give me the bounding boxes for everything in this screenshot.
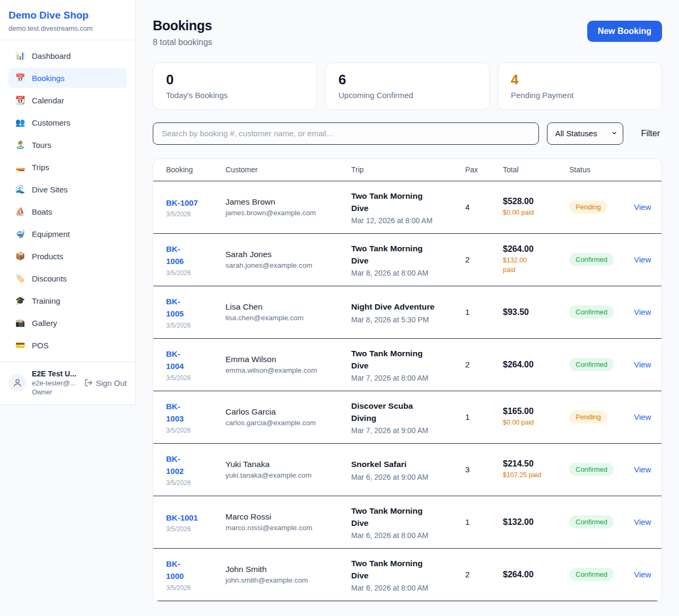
search-input[interactable]: [153, 122, 539, 145]
booking-id-link[interactable]: BK- 1005: [166, 295, 184, 320]
view-link[interactable]: View: [634, 412, 651, 421]
filter-bar: All Statuses Filter: [153, 122, 662, 145]
sign-out-button[interactable]: Sign Out: [84, 379, 127, 388]
customer-cell: Sarah Jones sarah.jones@example.com: [225, 250, 351, 269]
view-link[interactable]: View: [634, 517, 651, 526]
sidebar-item-dive-sites[interactable]: 🌊 Dive Sites: [8, 179, 127, 199]
customer-name: James Brown: [225, 197, 345, 207]
sidebar-item-tours[interactable]: 🏝️ Tours: [8, 135, 127, 155]
booking-date: 3/5/2026: [166, 374, 219, 382]
column-header-pax: Pax: [465, 165, 503, 174]
customer-cell: Yuki Tanaka yuki.tanaka@example.com: [225, 460, 351, 479]
sidebar-item-training[interactable]: 🎓 Training: [8, 291, 127, 311]
sidebar-item-products[interactable]: 📦 Products: [8, 246, 127, 266]
stat-label: Today's Bookings: [166, 91, 304, 100]
status-badge: Confirmed: [569, 463, 614, 476]
sidebar-item-discounts[interactable]: 🏷️ Discounts: [8, 268, 127, 288]
trip-cell: Night Dive Adventure Mar 8, 2026 at 5:30…: [351, 301, 465, 323]
trip-name: Two Tank Morning Dive: [351, 242, 459, 267]
booking-id-link[interactable]: BK- 1004: [166, 348, 184, 373]
booking-cell: BK- 1003 3/5/2026: [166, 400, 225, 434]
status-cell: Confirmed: [569, 463, 634, 476]
paid-amount: $107.25 paid: [503, 470, 563, 480]
sidebar-item-customers[interactable]: 👥 Customers: [8, 112, 127, 133]
sidebar-item-label: POS: [32, 341, 49, 350]
view-link[interactable]: View: [634, 307, 651, 316]
trip-datetime: Mar 8, 2026 at 8:00 AM: [351, 269, 459, 277]
speedboat-icon: 🚤: [15, 162, 25, 172]
customer-cell: Carlos Garcia carlos.garcia@example.com: [225, 407, 351, 427]
status-badge: Confirmed: [569, 253, 614, 266]
page-title: Bookings: [153, 18, 212, 33]
view-link[interactable]: View: [634, 360, 651, 369]
filter-button[interactable]: Filter: [631, 129, 662, 138]
sidebar-item-dashboard[interactable]: 📊 Dashboard: [8, 46, 127, 66]
booking-id-link[interactable]: BK- 1006: [166, 243, 184, 268]
total-cell: $93.50: [503, 307, 569, 317]
stat-value: 0: [166, 72, 304, 88]
sidebar-item-pos[interactable]: 💳 POS: [8, 335, 127, 355]
sidebar-item-trips[interactable]: 🚤 Trips: [8, 157, 127, 177]
status-filter-select[interactable]: All Statuses: [547, 122, 623, 145]
pax-cell: 2: [465, 360, 503, 369]
table-row: BK- 1004 3/5/2026 Emma Wilson emma.wilso…: [153, 339, 661, 391]
user-email: e2e-tester@...: [32, 379, 79, 387]
booking-id-link[interactable]: BK-1001: [166, 512, 198, 524]
sidebar-item-label: Bookings: [32, 74, 65, 83]
action-cell: View: [634, 465, 657, 474]
view-link[interactable]: View: [634, 570, 651, 579]
sidebar-item-label: Calendar: [32, 96, 64, 105]
trip-datetime: Mar 8, 2026 at 5:30 PM: [351, 315, 459, 324]
stat-value: 6: [338, 72, 476, 88]
pax-cell: 4: [465, 203, 503, 212]
table-row: BK- 1005 3/5/2026 Lisa Chen lisa.chen@ex…: [153, 286, 661, 339]
table-row: BK-1007 3/5/2026 James Brown james.brown…: [153, 181, 661, 234]
booking-cell: BK-1007 3/5/2026: [166, 197, 225, 218]
booking-cell: BK-1001 3/5/2026: [166, 512, 225, 533]
sidebar-item-calendar[interactable]: 📆 Calendar: [8, 90, 127, 110]
sidebar-item-gallery[interactable]: 📸 Gallery: [8, 313, 127, 333]
status-badge: Confirmed: [569, 515, 614, 529]
customer-name: Lisa Chen: [225, 302, 345, 312]
trip-cell: Two Tank Morning Dive Mar 6, 2026 at 8:0…: [351, 557, 465, 593]
view-link[interactable]: View: [634, 203, 651, 212]
customer-name: Sarah Jones: [225, 250, 345, 259]
booking-cell: BK- 1000 3/5/2026: [166, 558, 225, 592]
trip-name: Two Tank Morning Dive: [351, 347, 459, 372]
booking-date: 3/5/2026: [166, 525, 219, 533]
status-cell: Pending: [569, 410, 634, 424]
sidebar-item-label: Customers: [32, 118, 71, 127]
wave-icon: 🌊: [15, 184, 25, 194]
person-icon: [13, 378, 22, 388]
booking-id-link[interactable]: BK- 1003: [166, 400, 184, 425]
total-cell: $264.00: [503, 360, 569, 369]
sidebar-item-equipment[interactable]: 🤿 Equipment: [8, 224, 127, 244]
sidebar-item-label: Trips: [32, 163, 49, 172]
new-booking-button[interactable]: New Booking: [587, 21, 662, 42]
booking-id-link[interactable]: BK- 1000: [166, 558, 184, 583]
sidebar-item-label: Equipment: [32, 230, 70, 239]
view-link[interactable]: View: [634, 465, 651, 474]
brand-logo-link[interactable]: Demo Dive Shop: [8, 10, 127, 21]
credit-card-icon: 💳: [15, 340, 25, 350]
trip-datetime: Mar 12, 2026 at 8:00 AM: [351, 216, 459, 225]
booking-id-link[interactable]: BK-1007: [166, 197, 198, 209]
trip-cell: Two Tank Morning Dive Mar 6, 2026 at 8:0…: [351, 505, 465, 540]
pax-cell: 3: [465, 465, 503, 474]
view-link[interactable]: View: [634, 255, 651, 264]
booking-id-link[interactable]: BK- 1002: [166, 453, 184, 478]
trip-name: Two Tank Morning Dive: [351, 190, 459, 215]
column-header-status: Status: [569, 165, 634, 174]
booking-date: 3/5/2026: [166, 479, 219, 487]
customer-email: carlos.garcia@example.com: [225, 419, 345, 427]
action-cell: View: [634, 307, 657, 317]
sidebar-item-boats[interactable]: ⛵ Boats: [8, 201, 127, 222]
main-content: Bookings 8 total bookings New Booking 0 …: [136, 0, 679, 616]
stat-value: 4: [511, 72, 649, 88]
pax-cell: 2: [465, 570, 503, 579]
customer-cell: James Brown james.brown@example.com: [225, 197, 351, 217]
booking-cell: BK- 1004 3/5/2026: [166, 348, 225, 382]
sidebar-item-bookings[interactable]: 📅 Bookings: [8, 68, 127, 88]
pax-cell: 1: [465, 517, 503, 526]
status-cell: Pending: [569, 200, 634, 214]
